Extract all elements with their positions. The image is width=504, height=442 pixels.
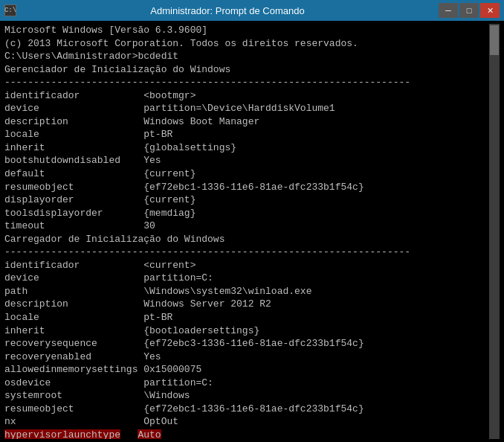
console-line: locale pt-BR — [4, 311, 489, 324]
console-line: Carregador de Inicialização do Windows — [4, 233, 489, 246]
maximize-button[interactable]: □ — [459, 3, 479, 18]
console-line: nx OptOut — [4, 415, 489, 429]
console-line: locale pt-BR — [4, 128, 489, 141]
titlebar: C:\ Administrador: Prompt de Comando ─ □… — [0, 0, 504, 21]
console-line: device partition=\Device\HarddiskVolume1 — [4, 102, 489, 115]
titlebar-icon-label: C:\ — [4, 7, 16, 14]
titlebar-buttons: ─ □ ✕ — [439, 3, 500, 18]
console-line: resumeobject {ef72ebc1-1336-11e6-81ae-df… — [4, 403, 489, 416]
console-line: timeout 30 — [4, 220, 489, 233]
scrollbar-thumb[interactable] — [490, 25, 499, 55]
console-line: recoveryenabled Yes — [4, 350, 489, 364]
minimize-button[interactable]: ─ — [439, 3, 458, 18]
console-line: recoverysequence {ef72ebc3-1336-11e6-81a… — [4, 337, 489, 350]
close-button[interactable]: ✕ — [480, 3, 500, 18]
console-line: ----------------------------------------… — [4, 246, 489, 259]
console-line: default {current} — [4, 167, 489, 181]
console-line: resumeobject {ef72ebc1-1336-11e6-81ae-df… — [4, 181, 489, 194]
highlight-key: hypervisorlaunchtype — [4, 429, 120, 439]
highlighted-line: hypervisorlaunchtype Auto — [4, 429, 489, 439]
highlight-val: Auto — [138, 429, 161, 439]
console-line: toolsdisplayorder {memdiag} — [4, 207, 489, 220]
console-line: Gerenciador de Inicialização do Windows — [4, 63, 489, 77]
console-output[interactable]: Microsoft Windows [Versão 6.3.9600](c) 2… — [4, 24, 489, 439]
console-line: displayorder {current} — [4, 193, 489, 207]
console-line: identificador <bootmgr> — [4, 89, 489, 103]
console-line: (c) 2013 Microsoft Corporation. Todos os… — [4, 37, 489, 51]
console-line: Microsoft Windows [Versão 6.3.9600] — [4, 24, 489, 37]
console-line: description Windows Boot Manager — [4, 115, 489, 129]
console-line: allowedinmemorysettings 0x15000075 — [4, 363, 489, 377]
console-line: C:\Users\Administrador>bcdedit — [4, 50, 489, 63]
titlebar-icon[interactable]: C:\ — [4, 4, 16, 16]
console-line: systemroot \Windows — [4, 389, 489, 403]
console-line: description Windows Server 2012 R2 — [4, 298, 489, 311]
console-line: bootshutdowndisabled Yes — [4, 154, 489, 167]
console-line: ----------------------------------------… — [4, 76, 489, 89]
console-line: identificador <current> — [4, 259, 489, 272]
scrollbar[interactable] — [489, 24, 500, 439]
console-line: inherit {globalsettings} — [4, 141, 489, 155]
console-area: Microsoft Windows [Versão 6.3.9600](c) 2… — [0, 21, 504, 442]
console-line: osdevice partition=C: — [4, 377, 489, 390]
titlebar-title: Administrador: Prompt de Comando — [16, 5, 439, 16]
console-line: device partition=C: — [4, 272, 489, 285]
console-line: inherit {bootloadersettings} — [4, 324, 489, 338]
console-line: path \Windows\system32\winload.exe — [4, 285, 489, 298]
